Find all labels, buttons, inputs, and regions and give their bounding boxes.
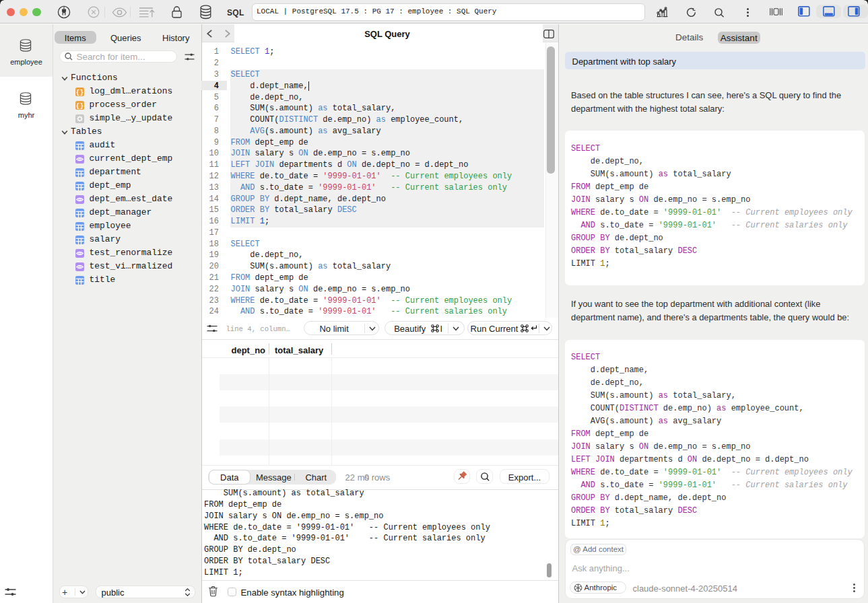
svg-text:{}: {}	[75, 88, 83, 96]
svg-text:{}: {}	[75, 102, 83, 109]
